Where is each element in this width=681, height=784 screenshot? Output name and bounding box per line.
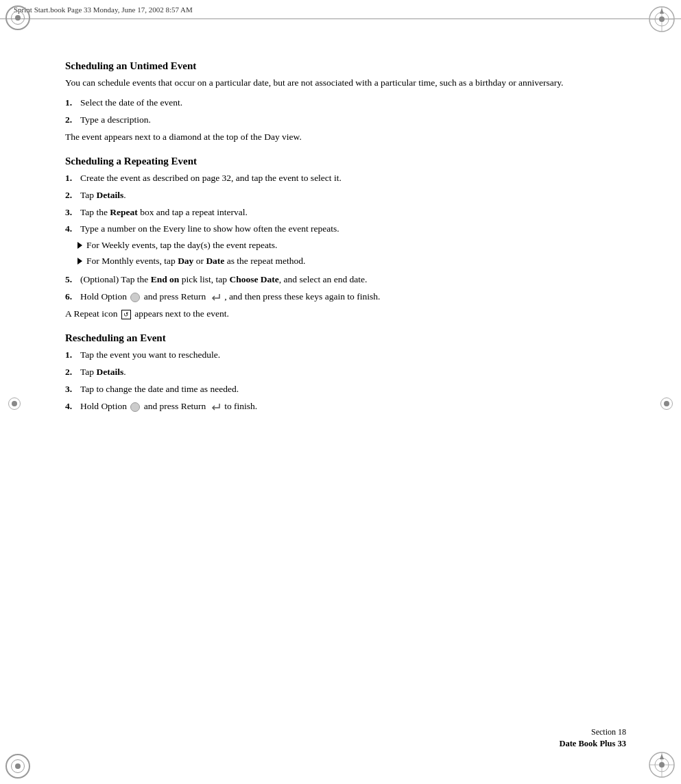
header-text: Sprint Start.book Page 33 Monday, June 1…: [14, 5, 193, 14]
corner-dot-top-left: [15, 15, 21, 21]
repeating-step-3: 3. Tap the Repeat box and tap a repeat i…: [65, 206, 626, 220]
side-mark-left: [8, 397, 21, 410]
rescheduling-step-2: 2. Tap Details.: [65, 365, 626, 380]
corner-inner-top-left: [11, 11, 25, 25]
rs-step-num-1: 1.: [65, 348, 80, 363]
repeating-step-6: 6. Hold Option and press Return , and th…: [65, 290, 626, 304]
r-step-num-5: 5.: [65, 273, 80, 287]
repeat-icon-inline: ↺: [121, 310, 131, 319]
side-mark-right: [660, 397, 673, 410]
repeating-step-5: 5. (Optional) Tap the End on pick list, …: [65, 273, 626, 287]
r-step-num-4: 4.: [65, 222, 80, 236]
svg-marker-10: [660, 754, 664, 759]
rescheduling-step-1: 1. Tap the event you want to reschedule.: [65, 348, 626, 363]
page-container: Sprint Start.book Page 33 Monday, June 1…: [0, 0, 681, 784]
rs-step-num-3: 3.: [65, 382, 80, 397]
endon-bold: End on: [151, 274, 180, 284]
repeating-step-2: 2. Tap Details.: [65, 188, 626, 203]
sub-item-weekly: For Weekly events, tap the day(s) the ev…: [77, 238, 305, 253]
option-icon-2: [130, 402, 140, 412]
r-step-text-3: Tap the Repeat box and tap a repeat inte…: [80, 206, 626, 220]
corner-deco-top-left: [5, 5, 30, 30]
untimed-note: The event appears next to a diamond at t…: [65, 130, 626, 145]
repeating-step-4: 4. Type a number on the Every line to sh…: [65, 222, 626, 270]
svg-point-5: [659, 16, 665, 22]
monthly-day-bold: Day: [178, 256, 193, 266]
choosedate-bold: Choose Date: [229, 274, 278, 284]
rescheduling-heading: Rescheduling an Event: [65, 332, 626, 344]
r-step-text-6: Hold Option and press Return , and then …: [80, 290, 626, 304]
rs-step-num-4: 4.: [65, 400, 80, 414]
step-text-2: Type a description.: [80, 113, 626, 127]
r-step-text-4: Type a number on the Every line to show …: [80, 222, 339, 236]
r-step-text-2: Tap Details.: [80, 188, 626, 203]
repeat-note: A Repeat icon ↺ appears next to the even…: [65, 307, 626, 321]
r-step-num-3: 3.: [65, 206, 80, 220]
sub-item-monthly: For Monthly events, tap Day or Date as t…: [77, 254, 305, 269]
return-icon-2: [210, 402, 221, 412]
svg-point-11: [659, 762, 665, 768]
untimed-heading: Scheduling an Untimed Event: [65, 60, 626, 72]
corner-deco-bottom-left: [5, 754, 30, 779]
r-step-text-1: Create the event as described on page 32…: [80, 171, 626, 186]
rescheduling-step-4: 4. Hold Option and press Return to finis…: [65, 400, 626, 414]
rs-step-text-2: Tap Details.: [80, 365, 626, 380]
r-step-4-main: 4. Type a number on the Every line to sh…: [65, 222, 339, 236]
repeating-sub-list: For Weekly events, tap the day(s) the ev…: [65, 238, 305, 270]
sub-text-monthly: For Monthly events, tap Day or Date as t…: [86, 254, 305, 269]
rs-step-num-2: 2.: [65, 365, 80, 380]
r-step-num-1: 1.: [65, 171, 80, 186]
repeat-bold: Repeat: [110, 207, 138, 217]
rs-step-text-1: Tap the event you want to reschedule.: [80, 348, 626, 363]
r-step-num-6: 6.: [65, 290, 80, 304]
main-content: Scheduling an Untimed Event You can sche…: [65, 19, 626, 466]
rs-step-text-3: Tap to change the date and time as neede…: [80, 382, 626, 397]
repeating-step-1: 1. Create the event as described on page…: [65, 171, 626, 186]
untimed-step-1: 1. Select the date of the event.: [65, 96, 626, 110]
section-repeating-event: Scheduling a Repeating Event 1. Create t…: [65, 156, 626, 321]
step-num-1: 1.: [65, 96, 80, 110]
rescheduling-steps: 1. Tap the event you want to reschedule.…: [65, 348, 626, 414]
rs-step-text-4: Hold Option and press Return to finish.: [80, 400, 626, 414]
r-step-num-2: 2.: [65, 188, 80, 203]
footer: Section 18 Date Book Plus 33: [559, 726, 626, 750]
rs-details-bold: Details: [96, 367, 123, 377]
return-icon-1: [210, 293, 221, 302]
corner-inner-bottom-left: [11, 759, 25, 773]
corner-deco-bottom-right: [648, 751, 676, 779]
section-label: Section 18: [559, 726, 626, 738]
repeating-heading: Scheduling a Repeating Event: [65, 156, 626, 167]
arrow-bullet-weekly: [77, 242, 82, 249]
repeating-steps: 1. Create the event as described on page…: [65, 171, 626, 304]
sub-text-weekly: For Weekly events, tap the day(s) the ev…: [86, 238, 277, 253]
untimed-steps: 1. Select the date of the event. 2. Type…: [65, 96, 626, 127]
rescheduling-step-3: 3. Tap to change the date and time as ne…: [65, 382, 626, 397]
section-untimed-event: Scheduling an Untimed Event You can sche…: [65, 60, 626, 145]
step-text-1: Select the date of the event.: [80, 96, 626, 110]
untimed-intro: You can schedule events that occur on a …: [65, 76, 626, 90]
corner-dot-bottom-left: [15, 763, 21, 769]
r-step-text-5: (Optional) Tap the End on pick list, tap…: [80, 273, 626, 287]
page-info: Date Book Plus 33: [559, 738, 626, 750]
monthly-date-bold: Date: [206, 256, 224, 266]
step-num-2: 2.: [65, 113, 80, 127]
arrow-bullet-monthly: [77, 258, 82, 265]
svg-marker-4: [660, 8, 664, 14]
section-rescheduling: Rescheduling an Event 1. Tap the event y…: [65, 332, 626, 414]
corner-deco-top-right: [648, 5, 676, 33]
header-bar: Sprint Start.book Page 33 Monday, June 1…: [0, 0, 681, 19]
untimed-step-2: 2. Type a description.: [65, 113, 626, 127]
details-bold: Details: [96, 190, 123, 200]
option-icon-1: [130, 293, 140, 302]
